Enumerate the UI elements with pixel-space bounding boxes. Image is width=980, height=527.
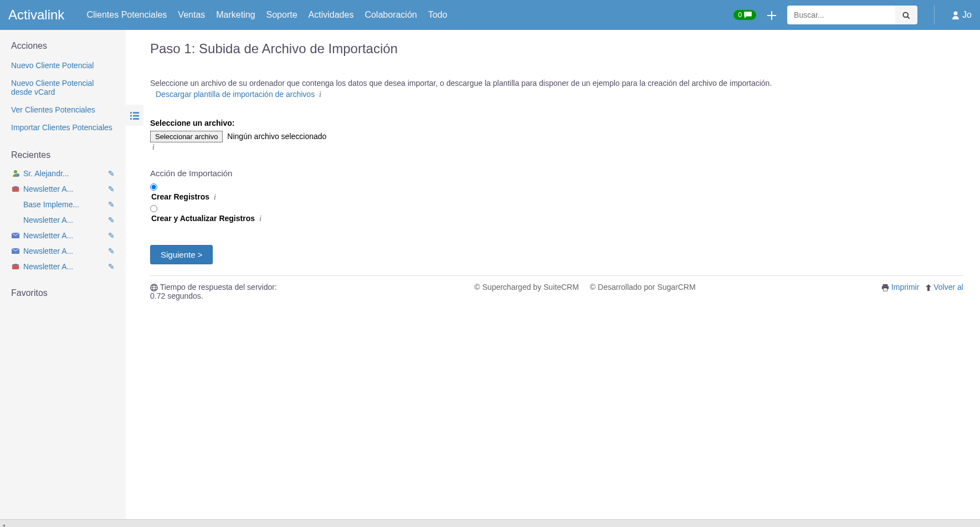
download-template-link[interactable]: Descargar plantilla de importación de ar… [156,90,321,99]
nav-item[interactable]: Clientes Potenciales [86,10,167,20]
svg-point-1 [954,12,958,16]
list-icon [130,112,139,120]
sidebar-toggle[interactable] [126,105,143,126]
notifications-badge[interactable]: 0 [733,10,756,20]
radio-create[interactable] [150,183,157,191]
svg-rect-9 [130,115,132,116]
search-input[interactable] [787,6,895,24]
select-file-label: Seleccione un archivo: [150,119,963,127]
badge-count: 0 [738,11,742,19]
recent-link[interactable]: Newsletter A... [23,247,73,255]
page-title: Paso 1: Subida de Archivo de Importación [150,41,963,57]
email-icon [11,231,20,240]
svg-rect-10 [130,118,132,120]
next-button[interactable]: Siguiente > [150,245,213,264]
footer: Tiempo de respuesta del servidor: 0.72 s… [150,275,963,300]
nav-item[interactable]: Soporte [266,10,297,20]
svg-rect-18 [883,288,887,291]
nav-item[interactable]: Actividades [309,10,354,20]
user-icon [951,11,960,19]
radio-create-label: Crear Registros [151,192,209,201]
svg-rect-4 [12,187,19,192]
search-form [787,6,917,24]
action-link-view-leads[interactable]: Ver Clientes Potenciales [11,105,95,114]
email-icon [11,247,20,255]
radio-create-update-label: Crear y Actualizar Registros [151,214,255,223]
action-link-import-leads[interactable]: Importar Clientes Potenciales [11,123,112,132]
svg-rect-8 [130,112,132,114]
action-link-new-lead[interactable]: Nuevo Cliente Potencial [11,61,94,70]
topbar: Activalink Clientes Potenciales Ventas M… [0,0,980,30]
divider [934,6,935,24]
edit-icon[interactable]: ✎ [108,247,115,255]
recent-link[interactable]: Newsletter A... [23,185,73,193]
import-action-label: Acción de Importación [150,168,963,178]
recent-link[interactable]: Newsletter A... [23,231,73,240]
info-icon[interactable]: i [152,143,155,151]
brand-logo[interactable]: Activalink [8,7,64,23]
quick-create-icon[interactable] [767,9,776,21]
arrow-up-icon [926,284,931,291]
svg-rect-12 [133,115,139,116]
actions-heading: Acciones [11,41,115,51]
bottom-scrollbar[interactable] [0,519,980,527]
main-content: Paso 1: Subida de Archivo de Importación… [126,30,980,527]
blank-icon [11,216,20,224]
file-select-button[interactable]: Seleccionar archivo [150,131,223,142]
sidebar: Acciones Nuevo Cliente Potencial Nuevo C… [0,30,126,527]
suitecrm-credit: © Supercharged by SuiteCRM [474,283,579,291]
back-to-top-link[interactable]: Volver al [926,283,963,291]
edit-icon[interactable]: ✎ [108,200,115,209]
recent-link[interactable]: Base Impleme... [23,200,79,209]
recent-link[interactable]: Newsletter A... [23,216,73,224]
lead-icon [11,169,20,178]
main-nav: Clientes Potenciales Ventas Marketing So… [86,10,733,20]
edit-icon[interactable]: ✎ [108,262,115,271]
favs-heading: Favoritos [11,288,115,298]
radio-create-update[interactable] [150,205,157,212]
comment-icon [744,12,752,18]
edit-icon[interactable]: ✎ [108,185,115,193]
instruction-text: Seleccione un archivo de su ordenador qu… [150,79,963,88]
info-icon[interactable]: i [319,90,321,99]
nav-item[interactable]: Todo [428,10,448,20]
blank-icon [11,200,20,209]
nav-item[interactable]: Colaboración [365,10,417,20]
svg-point-2 [14,170,17,173]
recent-link[interactable]: Newsletter A... [23,262,73,271]
sugarcrm-credit: © Desarrollado por SugarCRM [590,283,696,291]
recent-item: Base Impleme... ✎ [11,197,115,212]
printer-icon [881,284,889,291]
search-button[interactable] [895,6,917,24]
svg-rect-11 [133,112,139,114]
edit-icon[interactable]: ✎ [108,169,115,178]
info-icon[interactable]: i [259,214,261,223]
edit-icon[interactable]: ✎ [108,216,115,224]
recent-item: Newsletter A... ✎ [11,181,115,197]
svg-rect-13 [133,118,139,120]
topbar-tools: 0 Jo [733,6,972,24]
info-icon[interactable]: i [214,193,216,201]
svg-point-3 [16,173,19,177]
campaign-icon [11,185,20,193]
file-status-text: Ningún archivo seleccionado [227,132,326,141]
magnifier-icon [902,12,910,19]
actions-list: Nuevo Cliente Potencial Nuevo Cliente Po… [11,57,115,136]
user-name: Jo [962,10,972,20]
svg-point-0 [903,12,908,17]
recents-heading: Recientes [11,150,115,160]
response-time: Tiempo de respuesta del servidor: 0.72 s… [150,283,277,300]
action-link-new-lead-vcard[interactable]: Nuevo Cliente Potencial desde vCard [11,79,94,96]
campaign-icon [11,262,20,271]
recent-item: Newsletter A... ✎ [11,243,115,259]
nav-item[interactable]: Marketing [216,10,255,20]
recent-item: Newsletter A... ✎ [11,212,115,228]
recent-link[interactable]: Sr. Alejandr... [23,169,69,178]
print-link[interactable]: Imprimir [881,283,919,291]
nav-item[interactable]: Ventas [178,10,205,20]
user-menu[interactable]: Jo [951,10,972,20]
recents-list: Sr. Alejandr... ✎ Newsletter A... ✎ Base… [11,166,115,274]
globe-icon [150,284,158,291]
svg-rect-7 [12,264,19,269]
edit-icon[interactable]: ✎ [108,231,115,240]
